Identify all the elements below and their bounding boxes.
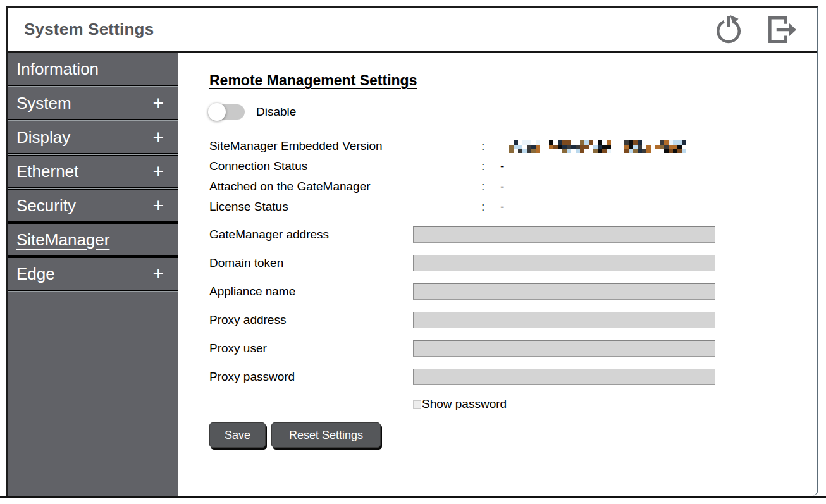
show-password-checkbox[interactable] <box>413 400 421 409</box>
expand-plus-icon: + <box>152 264 168 283</box>
restart-icon[interactable] <box>712 13 745 47</box>
status-row-attached: Attached on the GateManager : - <box>209 176 817 197</box>
show-password-row: Show password <box>413 396 817 412</box>
header-icons <box>712 13 798 47</box>
expand-plus-icon: + <box>152 94 168 113</box>
field-row: Proxy address <box>209 311 817 328</box>
expand-plus-icon: + <box>152 196 168 215</box>
show-password-label: Show password <box>422 397 507 411</box>
proxy-password-input[interactable] <box>413 369 715 385</box>
field-row: Domain token <box>209 254 817 271</box>
sidebar-item-security[interactable]: Security + <box>8 190 178 221</box>
save-button[interactable]: Save <box>209 422 266 448</box>
sidebar-item-sitemanager[interactable]: SiteManager <box>8 224 178 255</box>
reset-settings-button[interactable]: Reset Settings <box>271 422 381 448</box>
toggle-knob <box>208 103 226 121</box>
body: Information System + Display + Ethernet … <box>8 53 817 496</box>
field-row: Proxy user <box>209 340 817 357</box>
section-heading: Remote Management Settings <box>209 72 817 89</box>
sidebar-item-ethernet[interactable]: Ethernet + <box>8 156 178 187</box>
system-settings-window: System Settings Information <box>6 6 818 496</box>
page-title: System Settings <box>24 20 154 39</box>
remote-management-toggle-row: Disable <box>209 104 817 120</box>
sidebar-item-information[interactable]: Information <box>8 53 178 85</box>
domain-token-input[interactable] <box>413 255 715 271</box>
status-row-version: SiteManager Embedded Version : <box>209 136 817 156</box>
sidebar-item-display[interactable]: Display + <box>8 121 178 153</box>
logout-icon[interactable] <box>763 14 798 46</box>
window-bottom-edge <box>0 496 826 498</box>
field-row: Appliance name <box>209 283 817 300</box>
toggle-label: Disable <box>256 105 296 119</box>
sidebar-filler <box>8 292 178 496</box>
header: System Settings <box>8 8 817 53</box>
disable-toggle[interactable] <box>209 104 245 120</box>
expand-plus-icon: + <box>152 128 168 147</box>
status-row-license: License Status : - <box>209 197 817 217</box>
form-block: GateManager address Domain token Applian… <box>209 226 817 385</box>
expand-plus-icon: + <box>152 162 168 181</box>
sidebar-nav: Information System + Display + Ethernet … <box>8 53 178 496</box>
button-row: Save Reset Settings <box>209 422 817 448</box>
status-block: SiteManager Embedded Version : Connectio… <box>209 136 817 217</box>
sidebar-item-edge[interactable]: Edge + <box>8 258 178 290</box>
redacted-version-value <box>509 140 687 153</box>
appliance-name-input[interactable] <box>413 283 715 300</box>
field-row: Proxy password <box>209 368 817 385</box>
main-content: Remote Management Settings Disable SiteM… <box>178 53 817 496</box>
screen: System Settings Information <box>0 0 826 504</box>
proxy-user-input[interactable] <box>413 340 715 357</box>
field-row: GateManager address <box>209 226 817 243</box>
gatemanager-address-input[interactable] <box>413 226 715 243</box>
sidebar-item-system[interactable]: System + <box>8 87 178 119</box>
proxy-address-input[interactable] <box>413 312 715 328</box>
status-row-connection: Connection Status : - <box>209 156 817 176</box>
